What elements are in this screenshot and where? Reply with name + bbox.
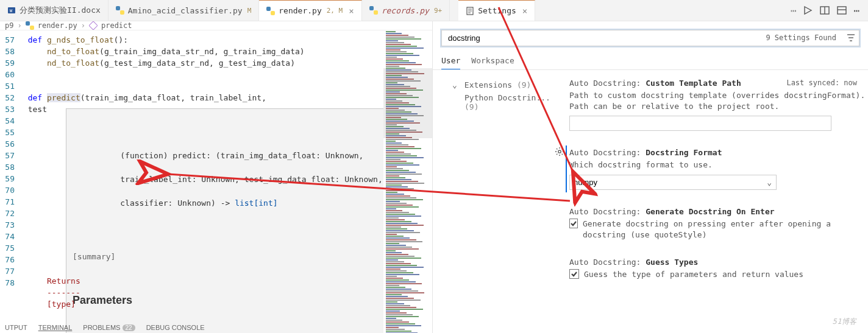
symbol-method-icon [89, 21, 98, 30]
scope-user-tab[interactable]: User [441, 54, 460, 69]
breadcrumb-item[interactable]: p9 [5, 21, 13, 30]
svg-rect-16 [89, 21, 98, 30]
setting-custom-template-path: Auto Docstring: Custom Template Path Pat… [569, 79, 866, 131]
close-icon[interactable]: × [522, 6, 527, 16]
tab-label: render.py [279, 6, 321, 15]
filter-icon[interactable] [846, 33, 856, 44]
chevron-down-icon: ⌄ [452, 80, 460, 89]
breadcrumb[interactable]: p9 › render.py › predict [0, 21, 432, 30]
svg-rect-7 [374, 10, 378, 15]
breadcrumb-item[interactable]: predict [101, 21, 132, 30]
settings-toc: ⌄ Extensions (9) Python Docstrin... (9) [441, 79, 563, 314]
toc-extensions[interactable]: ⌄ Extensions (9) [441, 79, 563, 91]
scope-workspace-tab[interactable]: Workspace [471, 54, 514, 69]
more-icon[interactable]: ⋯ [791, 5, 797, 16]
breadcrumb-sep: › [17, 21, 21, 30]
svg-rect-5 [271, 11, 275, 15]
breadcrumb-sep: › [81, 21, 85, 30]
modified-badge: M [247, 7, 252, 15]
layout-icon[interactable] [836, 5, 847, 16]
svg-rect-2 [116, 6, 120, 10]
setting-docstring-format: Auto Docstring: Docstring Format Which d… [569, 148, 866, 189]
panel-output-tab[interactable]: UTPUT [5, 324, 27, 331]
modified-badge: 2, M [327, 7, 343, 15]
svg-marker-9 [805, 7, 811, 14]
tab-docx[interactable]: W 分类预测实验II.docx [0, 0, 108, 21]
editor-tab-bar: W 分类预测实验II.docx Amino_acid_classifier.py… [0, 0, 868, 21]
watermark: 51博客 [833, 317, 857, 327]
minimap-viewport[interactable] [383, 68, 432, 138]
run-icon[interactable] [802, 5, 813, 16]
tab-label: Settings [478, 6, 516, 15]
hover-signature: (function) predict: (train_img_data_floa… [73, 138, 388, 221]
line-number-gutter: 575859605152 535455565758 597071727374 7… [0, 30, 18, 333]
docstring-format-select[interactable]: numpy [569, 175, 777, 190]
svg-rect-14 [26, 21, 30, 26]
tab-label: Amino_acid_classifier.py [128, 6, 243, 15]
split-icon[interactable] [819, 5, 830, 16]
modified-indicator [566, 145, 567, 192]
toc-python-docstring[interactable]: Python Docstrin... (9) [441, 91, 563, 113]
panel-terminal-tab[interactable]: TERMINAL [38, 324, 73, 331]
breadcrumb-item[interactable]: render.py [38, 21, 77, 30]
tab-label: records.py [382, 6, 429, 15]
tab-settings[interactable]: Settings × [458, 0, 535, 21]
gear-icon[interactable] [555, 147, 564, 158]
svg-rect-12 [838, 7, 846, 14]
python-icon [116, 6, 124, 15]
svg-rect-6 [369, 6, 374, 10]
settings-file-icon [466, 7, 474, 15]
editor-actions: ⋯ ⋯ [782, 0, 868, 21]
close-icon[interactable]: × [349, 6, 354, 16]
svg-rect-4 [266, 7, 271, 11]
python-icon [266, 7, 275, 15]
checkbox[interactable] [569, 219, 578, 228]
tab-label: 分类预测实验II.docx [20, 5, 101, 16]
panel-tab-bar: UTPUT TERMINAL PROBLEMS 22 DEBUG CONSOLE [0, 322, 210, 333]
code-area[interactable]: def g_nds_to_float(): nd_to_float(g_trai… [18, 30, 383, 333]
custom-template-path-input[interactable] [569, 116, 831, 131]
results-count-badge: 9 Settings Found [762, 32, 840, 43]
settings-body: ⌄ Extensions (9) Python Docstrin... (9) … [433, 70, 868, 314]
code-returns-block: Returns ------- [type] [18, 275, 80, 310]
main-split: p9 › render.py › predict 575859605152 53… [0, 21, 868, 333]
hover-summary: [summary] [73, 251, 388, 263]
modified-badge: 9+ [434, 7, 442, 15]
python-icon [26, 21, 34, 30]
svg-point-17 [558, 150, 561, 153]
more-icon[interactable]: ⋯ [853, 5, 859, 16]
hover-params-heading: Parameters [73, 292, 388, 309]
settings-scope-tabs: User Workspace [433, 51, 868, 70]
tab-render[interactable]: render.py 2, M × [259, 0, 361, 21]
svg-rect-15 [30, 26, 34, 30]
settings-list: Auto Docstring: Custom Template Path Pat… [569, 79, 866, 314]
minimap[interactable]: /*filled below*/ [383, 30, 432, 333]
panel-debug-tab[interactable]: DEBUG CONSOLE [146, 324, 205, 331]
settings-editor: 9 Settings Found User Workspace Last syn… [433, 21, 868, 333]
panel-problems-tab[interactable]: PROBLEMS 22 [83, 324, 135, 331]
svg-rect-3 [120, 10, 124, 15]
hover-docstring-tooltip: (function) predict: (train_img_data_floa… [66, 108, 395, 333]
setting-guess-types: Auto Docstring: Guess Types Guess the ty… [569, 258, 866, 280]
python-icon [369, 6, 378, 15]
checkbox[interactable] [569, 269, 579, 279]
settings-search: 9 Settings Found [441, 30, 859, 46]
code-editor[interactable]: p9 › render.py › predict 575859605152 53… [0, 21, 433, 333]
word-icon: W [7, 6, 16, 15]
setting-generate-on-enter: Auto Docstring: Generate Docstring On En… [569, 207, 866, 240]
tab-amino[interactable]: Amino_acid_classifier.py M [108, 0, 259, 21]
tab-records[interactable]: records.py 9+ [362, 0, 450, 21]
